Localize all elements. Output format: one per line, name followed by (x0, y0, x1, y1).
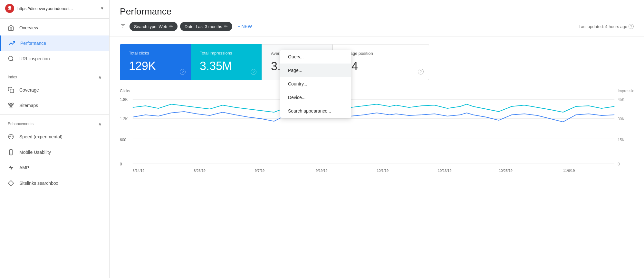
search-type-label: Search type: Web (134, 24, 167, 29)
position-value: 5.4 (342, 60, 420, 73)
filters-bar: Search type: Web ✏ Date: Last 3 months ✏… (120, 22, 634, 31)
index-section-label[interactable]: Index ∧ (0, 69, 109, 82)
sidebar-item-speed-label: Speed (experimental) (19, 134, 62, 139)
x-label-4: 9/19/19 (316, 169, 328, 173)
impressions-value: 3.35M (200, 59, 253, 73)
dropdown-item-device[interactable]: Device... (280, 91, 351, 104)
sidebar-item-sitelinks-searchbox[interactable]: Sitelinks searchbox (0, 175, 109, 191)
x-label-5: 10/1/19 (377, 169, 389, 173)
dropdown-device-label: Device... (288, 95, 305, 100)
dropdown-page-label: Page... (288, 68, 302, 73)
sidebar-item-sitemaps-label: Sitemaps (19, 103, 38, 108)
impressions-help-icon: ? (251, 69, 256, 75)
dropdown-query-label: Query... (288, 54, 304, 59)
home-icon (8, 25, 14, 31)
last-updated: Last updated: 4 hours ago ? (579, 24, 634, 29)
sidebar-item-coverage-label: Coverage (19, 87, 39, 93)
x-label-7: 10/25/19 (499, 169, 513, 173)
enhancements-section-label[interactable]: Enhancements ∧ (0, 116, 109, 129)
bolt-icon (8, 164, 14, 171)
stat-card-clicks[interactable]: Total clicks 129K ? (120, 44, 191, 80)
position-label: Average position (342, 51, 420, 56)
y-left-0: 0 (120, 162, 122, 166)
sidebar-item-mobile-usability-label: Mobile Usability (19, 150, 51, 155)
svg-rect-7 (10, 106, 12, 108)
dropdown-country-label: Country... (288, 81, 307, 86)
svg-line-3 (12, 60, 14, 61)
date-filter[interactable]: Date: Last 3 months ✏ (180, 22, 232, 31)
x-label-3: 9/7/19 (255, 169, 264, 173)
dropdown-search-appearance-label: Search appearance... (288, 108, 331, 114)
y-right-45k: 45K (618, 97, 624, 102)
stat-card-impressions[interactable]: Total impressions 3.35M ? (191, 44, 262, 80)
y-axis-right-label: Impressions (618, 89, 634, 93)
sidebar-item-speed[interactable]: Speed (experimental) (0, 129, 109, 144)
sidebar-item-amp-label: AMP (19, 165, 29, 170)
search-type-filter[interactable]: Search type: Web ✏ (130, 22, 178, 31)
sidebar-item-overview-label: Overview (19, 25, 38, 30)
svg-rect-6 (12, 103, 14, 104)
diamond-icon (8, 180, 14, 186)
y-right-30k: 30K (618, 117, 624, 121)
trending-up-icon (9, 40, 15, 46)
sidebar: https://discoveryourindonesi... ▼ Overvi… (0, 0, 110, 278)
impressions-label: Total impressions (200, 51, 253, 55)
dropdown-arrow-icon[interactable]: ▼ (100, 6, 104, 11)
new-filter-dropdown: Query... Page... Country... Device... Se… (280, 50, 351, 118)
sidebar-item-sitemaps[interactable]: Sitemaps (0, 98, 109, 113)
x-label-8: 11/6/19 (563, 169, 575, 173)
chart-area: Clicks 1.8K 1.2K 600 0 Impressions 45K 3… (110, 80, 644, 278)
sidebar-item-url-inspection-label: URL inspection (19, 56, 50, 61)
dropdown-item-page[interactable]: Page... (280, 64, 351, 77)
nav-divider-enhancements (0, 114, 109, 115)
sidebar-item-performance-label: Performance (20, 41, 46, 46)
site-header[interactable]: https://discoveryourindonesi... ▼ (0, 0, 109, 17)
sidebar-item-sitelinks-searchbox-label: Sitelinks searchbox (19, 181, 58, 186)
clicks-help-icon: ? (180, 69, 186, 75)
sidebar-item-amp[interactable]: AMP (0, 160, 109, 175)
dropdown-item-search-appearance[interactable]: Search appearance... (280, 104, 351, 118)
x-label-2: 8/26/19 (194, 169, 206, 173)
sitemap-icon (8, 102, 14, 109)
dropdown-item-country[interactable]: Country... (280, 77, 351, 91)
clicks-value: 129K (129, 59, 182, 73)
sidebar-item-url-inspection[interactable]: URL inspection (0, 51, 109, 66)
dropdown-item-query[interactable]: Query... (280, 50, 351, 64)
x-label-6: 10/13/19 (438, 169, 452, 173)
sidebar-item-performance[interactable]: Performance (0, 35, 109, 51)
svg-marker-15 (9, 165, 14, 171)
sidebar-item-overview[interactable]: Overview (0, 20, 109, 35)
edit-icon: ✏ (169, 24, 173, 29)
site-favicon (5, 4, 14, 13)
add-filter-label: + NEW (237, 24, 252, 29)
svg-marker-16 (8, 181, 14, 186)
file-copy-icon (8, 87, 14, 93)
impressions-line (133, 104, 614, 112)
sidebar-item-coverage[interactable]: Coverage (0, 82, 109, 98)
clicks-label: Total clicks (129, 51, 182, 55)
filter-icon (120, 23, 126, 30)
position-help-icon: ? (418, 69, 424, 74)
svg-rect-4 (10, 89, 14, 93)
svg-rect-1 (8, 9, 11, 10)
chevron-up-icon: ∧ (98, 74, 101, 80)
date-label: Date: Last 3 months (185, 24, 222, 29)
stats-row: Total clicks 129K ? Total impressions 3.… (110, 36, 644, 80)
clicks-line (133, 112, 614, 122)
search-icon (8, 55, 14, 62)
chart-svg: Clicks 1.8K 1.2K 600 0 Impressions 45K 3… (120, 86, 634, 177)
svg-point-2 (9, 56, 13, 61)
nav-divider-index (0, 68, 109, 68)
y-left-1200: 1.2K (120, 117, 128, 121)
y-left-600: 600 (120, 138, 126, 142)
edit-icon-2: ✏ (224, 24, 228, 29)
x-label-1: 8/14/19 (133, 169, 145, 173)
help-icon: ? (629, 24, 634, 29)
speed-icon (8, 134, 14, 140)
add-filter-button[interactable]: + NEW (235, 22, 255, 31)
smartphone-icon (8, 149, 14, 155)
sidebar-item-mobile-usability[interactable]: Mobile Usability (0, 144, 109, 160)
svg-rect-5 (9, 103, 11, 104)
y-left-1800: 1.8K (120, 97, 128, 102)
page-header: Performance Search type: Web ✏ Date: Las… (110, 0, 644, 36)
